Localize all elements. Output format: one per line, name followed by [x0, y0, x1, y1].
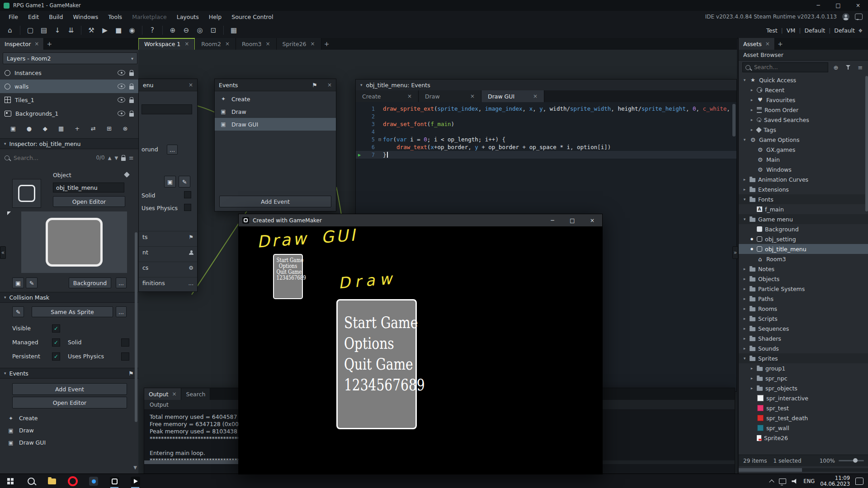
menu-item-edit[interactable]: Edit: [23, 11, 44, 23]
clock[interactable]: 11:09 04.06.2023: [820, 475, 850, 487]
chevron-down-icon[interactable]: ▾: [742, 78, 747, 82]
chevron-right-icon[interactable]: ▸: [750, 88, 754, 92]
lock-icon[interactable]: [129, 72, 134, 76]
close-tab-icon[interactable]: ×: [34, 41, 39, 47]
tab-search-results[interactable]: Search: [181, 388, 210, 400]
chevron-right-icon[interactable]: ▸: [742, 336, 747, 341]
close-button[interactable]: ×: [582, 214, 602, 226]
open-editor-button[interactable]: Open Editor: [53, 196, 125, 207]
collision-mask-more-button[interactable]: ...: [116, 306, 127, 317]
close-button[interactable]: ×: [848, 0, 868, 11]
collision-mask-header[interactable]: ▾ Collision Mask: [0, 292, 138, 303]
chevron-right-icon[interactable]: ▸: [750, 366, 754, 371]
asset-tree-item-favourites[interactable]: ▸Favourites: [739, 95, 868, 105]
run-button[interactable]: ▶: [99, 24, 111, 36]
object-editor-titlebar[interactable]: enu ×: [139, 79, 197, 91]
physics-section-partial[interactable]: cs ⚙: [139, 262, 197, 273]
asset-tree-item-room-order[interactable]: ▸Room Order: [739, 105, 868, 115]
inspector-section-header[interactable]: ▾ Inspector: obj_title_menu: [0, 138, 138, 149]
new-project-button[interactable]: ▢: [24, 24, 37, 36]
close-tab-icon[interactable]: ×: [407, 93, 412, 99]
chevron-right-icon[interactable]: ▸: [742, 296, 747, 301]
chevron-right-icon[interactable]: ▸: [742, 326, 747, 331]
layer-row-walls[interactable]: walls: [0, 80, 138, 93]
sprite-edit-button[interactable]: ✎: [26, 277, 38, 288]
stop-button[interactable]: ■: [112, 24, 125, 36]
variable-definitions-partial[interactable]: finitions ...: [139, 277, 197, 289]
collapse-left-dock-button[interactable]: «: [0, 246, 6, 259]
asset-tree-item-spr-interactive[interactable]: spr_interactive: [739, 393, 868, 403]
target-runtime-vm[interactable]: VM: [787, 27, 795, 34]
tab-output[interactable]: Output ×: [144, 388, 181, 400]
event-create[interactable]: ✦Create: [0, 412, 138, 424]
search-prev-icon[interactable]: ▲: [108, 155, 112, 160]
target-device-default[interactable]: Default: [834, 27, 855, 34]
asset-tree-item-game-menu[interactable]: ▾Game menu: [739, 214, 868, 224]
code-editor-header[interactable]: ▾ obj_title_menu: Events: [356, 80, 736, 90]
asset-tree-item-sprite26[interactable]: Sprite26: [739, 433, 868, 443]
chevron-right-icon[interactable]: ▸: [742, 267, 747, 271]
object-name-field-partial[interactable]: [142, 104, 192, 114]
event-draw-gui[interactable]: ▣Draw GUI: [0, 436, 138, 449]
tag-icon[interactable]: [124, 172, 130, 178]
account-icon[interactable]: [842, 13, 849, 20]
close-tab-icon[interactable]: ×: [225, 41, 230, 47]
menu-option-quit-game[interactable]: Quit Game: [344, 354, 400, 375]
chevron-right-icon[interactable]: ▸: [742, 306, 747, 311]
asset-tree-item-spr-objects[interactable]: ▸spr_objects: [739, 383, 868, 393]
add-asset-icon[interactable]: ⊕: [831, 63, 840, 72]
close-tab-icon[interactable]: ×: [311, 41, 315, 47]
target-config-test[interactable]: Test: [766, 27, 778, 34]
layer-row-instances[interactable]: Instances: [0, 66, 138, 80]
add-tile-layer-button[interactable]: ▦: [55, 123, 67, 134]
asset-tree-item-notes[interactable]: ▸Notes: [739, 264, 868, 274]
notification-center-icon[interactable]: [855, 478, 863, 485]
game-window-titlebar[interactable]: Created with GameMaker ─ □ ×: [239, 214, 602, 226]
asset-tree-item-tags[interactable]: ▸Tags: [739, 125, 868, 135]
asset-tree-item-background[interactable]: Background: [739, 224, 868, 234]
menu-item-layouts[interactable]: Layouts: [172, 11, 204, 23]
visibility-icon[interactable]: [118, 97, 125, 103]
asset-tree-scrollbar[interactable]: [865, 76, 868, 211]
tray-expand-icon[interactable]: [769, 479, 774, 484]
help-button[interactable]: ?: [146, 24, 159, 36]
close-tab-icon[interactable]: ×: [533, 93, 538, 99]
maximize-button[interactable]: □: [562, 214, 582, 226]
zoom-out-button[interactable]: ⊖: [180, 24, 193, 36]
close-tab-icon[interactable]: ×: [172, 391, 176, 397]
layer-grid-settings-button[interactable]: ⊞: [104, 123, 115, 134]
target-device-icon[interactable]: ⌖: [859, 26, 863, 35]
add-background-layer-button[interactable]: ▣: [7, 123, 19, 134]
debug-button[interactable]: ◉: [126, 24, 138, 36]
menu-item-build[interactable]: Build: [44, 11, 68, 23]
event-draw[interactable]: ▣Draw: [0, 424, 138, 436]
same-as-sprite-button[interactable]: Same As Sprite: [32, 306, 113, 317]
lock-icon[interactable]: [121, 157, 126, 161]
search-menu-icon[interactable]: ≡: [129, 155, 134, 161]
layers-room-selector[interactable]: Layers - Room2 ▾: [3, 52, 137, 64]
opera-browser-icon[interactable]: [62, 474, 83, 488]
checkbox-uses-physics[interactable]: [121, 352, 129, 361]
code-tab-create[interactable]: Create×: [356, 90, 419, 102]
chevron-down-icon[interactable]: ▾: [742, 356, 747, 361]
visibility-icon[interactable]: [118, 111, 125, 116]
search-next-icon[interactable]: ▼: [114, 155, 118, 160]
menu-item-source-control[interactable]: Source Control: [226, 11, 278, 23]
save-all-button[interactable]: ⇊: [65, 24, 77, 36]
asset-tree-item-particle-systems[interactable]: ▸Particle Systems: [739, 284, 868, 294]
close-window-icon[interactable]: ×: [189, 82, 193, 88]
asset-tree-item-fonts[interactable]: ▾Fonts: [739, 194, 868, 204]
layer-row-tiles-1[interactable]: Tiles_1: [0, 93, 138, 107]
asset-tree-item-group1[interactable]: ▸group1: [739, 363, 868, 373]
asset-tree-item-spr-npc[interactable]: ▸spr_npc: [739, 373, 868, 383]
zoom-reset-button[interactable]: ◎: [193, 24, 206, 36]
chevron-right-icon[interactable]: ▸: [742, 187, 747, 192]
tab-assets[interactable]: Assets ×: [739, 38, 775, 50]
asset-tree-item-extensions[interactable]: ▸Extensions: [739, 184, 868, 194]
chevron-right-icon[interactable]: ▸: [750, 98, 754, 102]
menu-item-help[interactable]: Help: [204, 11, 227, 23]
close-tab-icon[interactable]: ×: [184, 41, 189, 47]
uses-physics-checkbox[interactable]: [184, 204, 191, 211]
asset-tree-item-sequences[interactable]: ▸Sequences: [739, 324, 868, 333]
running-game-taskbar-icon[interactable]: [125, 474, 146, 488]
